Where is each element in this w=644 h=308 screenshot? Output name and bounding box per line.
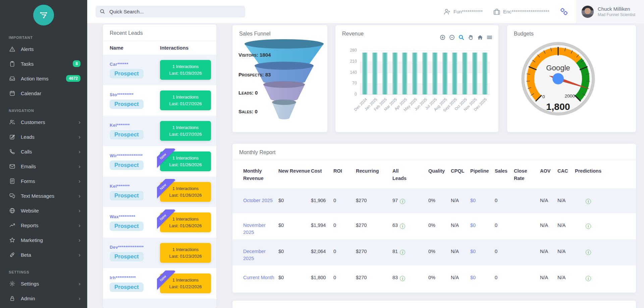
- calendar-icon: [9, 90, 15, 97]
- zoom-in-icon[interactable]: [440, 35, 445, 40]
- sidebar-item-text-messages[interactable]: Text Messages›: [0, 188, 87, 203]
- sidebar-item-action-items[interactable]: Action Items4672: [0, 71, 87, 86]
- month-link[interactable]: Current Month: [243, 274, 274, 281]
- sidebar-item-tasks[interactable]: Tasks8: [0, 56, 87, 71]
- selection-zoom-icon[interactable]: [459, 35, 464, 40]
- next-panel-partial: [232, 301, 636, 308]
- user-menu[interactable]: Chuck Milliken Mad Funnel Scientist: [576, 0, 644, 23]
- interactions-button[interactable]: 1 InteractionsLast: 01/26/2026New: [160, 182, 211, 202]
- sidebar-item-sys-admin[interactable]: Sys Admin›: [0, 306, 87, 308]
- interactions-button[interactable]: 1 InteractionsLast: 01/27/2026: [160, 121, 211, 141]
- funnel-stage-label-visitors: Visitors: 1804: [238, 52, 271, 58]
- interactions-button[interactable]: 1 InteractionsLast: 01/26/2026New: [160, 212, 211, 232]
- interactions-count: 1 Interactions: [161, 63, 210, 70]
- sidebar-item-marketing[interactable]: Marketing›: [0, 233, 87, 247]
- pipeline-link[interactable]: $0: [470, 274, 476, 281]
- lead-name-link[interactable]: Car******: [110, 62, 160, 67]
- prediction-info-icon[interactable]: i: [586, 250, 591, 255]
- pipeline-link[interactable]: $0: [470, 248, 476, 255]
- y-axis-tick: 210: [339, 59, 357, 64]
- topbar: Fun*********** Enc******************** C…: [87, 0, 644, 23]
- cell-cpql: N/A: [451, 248, 470, 255]
- sidebar-item-emails[interactable]: Emails›: [0, 159, 87, 174]
- lead-name-link[interactable]: Wax*********: [110, 214, 160, 219]
- interactions-button[interactable]: 1 InteractionsLast: 01/27/2026: [160, 90, 211, 110]
- encoders-menu[interactable]: Enc********************: [493, 8, 549, 16]
- brand-logo[interactable]: [33, 5, 54, 25]
- sidebar-item-label: Beta: [21, 252, 31, 258]
- info-icon[interactable]: i: [400, 224, 405, 229]
- table-column-header: New Revenue: [278, 168, 311, 175]
- gauge-min-label: 0: [542, 94, 545, 99]
- lead-name-link[interactable]: Dev**************: [110, 245, 160, 250]
- table-column-header: Pipeline: [470, 168, 495, 175]
- sidebar-item-calendar[interactable]: Calendar: [0, 86, 87, 101]
- chart-toolbar: [440, 35, 492, 40]
- sidebar-item-label: Forms: [21, 178, 35, 184]
- revenue-bar: [412, 53, 417, 95]
- month-link[interactable]: December 2025: [243, 248, 275, 262]
- interactions-button[interactable]: 1 InteractionsLast: 01/23/2026: [160, 243, 211, 263]
- menu-icon[interactable]: [487, 35, 492, 40]
- clipboard-icon: [9, 60, 15, 67]
- table-row: Current Month$0$1,8000$27083i0%N/A$00N/A…: [232, 265, 636, 290]
- pipeline-link[interactable]: $0: [470, 222, 476, 229]
- cell-all-leads: 83i: [392, 274, 428, 282]
- y-axis-tick: 280: [339, 48, 357, 53]
- encoders-label: Enc********************: [503, 9, 549, 14]
- cell-pipeline: $0: [470, 248, 495, 255]
- pan-icon[interactable]: [468, 35, 474, 40]
- home-icon[interactable]: [477, 35, 483, 40]
- sidebar-item-forms[interactable]: Forms›: [0, 174, 87, 188]
- revenue-bar: [392, 53, 397, 95]
- info-icon[interactable]: i: [400, 276, 405, 281]
- lead-name-link[interactable]: Kel*******: [110, 123, 160, 128]
- funnel-stage-label-leads: Leads: 0: [238, 90, 258, 96]
- cell-cost: $1,800: [311, 274, 333, 281]
- month-link[interactable]: November 2025: [243, 222, 275, 236]
- sidebar: IMPORTANTAlertsTasks8Action Items4672Cal…: [0, 0, 87, 308]
- sidebar-item-customers[interactable]: Customers›: [0, 115, 87, 129]
- last-interaction-date: Last: 01/26/2026: [161, 162, 210, 168]
- prospect-status-badge: Prospect: [110, 191, 144, 200]
- lead-name-link[interactable]: Sto*********: [110, 92, 160, 97]
- prediction-info-icon[interactable]: i: [586, 276, 591, 281]
- sidebar-item-reports[interactable]: Reports›: [0, 218, 87, 233]
- zoom-out-icon[interactable]: [449, 35, 455, 40]
- interactions-button[interactable]: 1 InteractionsLast: 01/28/2026: [160, 60, 211, 80]
- month-link[interactable]: October 2025: [243, 197, 273, 204]
- trending-up-icon: [9, 222, 15, 229]
- cell-new-revenue: $0: [278, 197, 311, 204]
- prediction-info-icon[interactable]: i: [586, 199, 591, 204]
- lead-row: Irh***********Prospect1 InteractionsLast…: [103, 268, 216, 299]
- lead-name-link[interactable]: Kel*******: [110, 184, 160, 189]
- quick-search: [96, 6, 245, 17]
- interactions-button[interactable]: 1 InteractionsLast: 01/22/2026New: [160, 273, 211, 293]
- sidebar-item-admin[interactable]: Admin›: [0, 291, 87, 306]
- cell-new-revenue: $0: [278, 248, 311, 255]
- sidebar-item-leads[interactable]: Leads›: [0, 129, 87, 144]
- sidebar-item-settings[interactable]: Settings›: [0, 276, 87, 291]
- interactions-button[interactable]: 1 InteractionsLast: 01/26/2026New: [160, 151, 211, 171]
- sidebar-item-beta[interactable]: Beta›: [0, 247, 87, 262]
- phone-icon: [9, 148, 15, 155]
- table-column-header: CAC: [557, 168, 575, 175]
- chevron-right-icon: ›: [78, 149, 80, 155]
- info-icon[interactable]: i: [400, 199, 405, 204]
- prediction-info-icon[interactable]: i: [586, 224, 591, 229]
- link-chain-button[interactable]: [559, 7, 569, 16]
- rocket-icon: [9, 251, 15, 258]
- lead-row-partial: [103, 299, 216, 308]
- sidebar-item-website[interactable]: Website›: [0, 203, 87, 218]
- sidebar-item-calls[interactable]: Calls›: [0, 144, 87, 159]
- search-input[interactable]: [109, 8, 241, 15]
- funnels-menu[interactable]: Fun***********: [443, 8, 483, 16]
- lead-row: Dev**************Prospect1 InteractionsL…: [103, 238, 216, 268]
- pipeline-link[interactable]: $0: [470, 197, 476, 204]
- info-icon[interactable]: i: [400, 250, 405, 255]
- lead-name-link[interactable]: Irh***********: [110, 275, 160, 280]
- lead-name-link[interactable]: Wir**************: [110, 153, 160, 158]
- sidebar-item-alerts[interactable]: Alerts: [0, 42, 87, 56]
- cell-cpql: N/A: [451, 197, 470, 204]
- chevron-right-icon: ›: [78, 134, 80, 140]
